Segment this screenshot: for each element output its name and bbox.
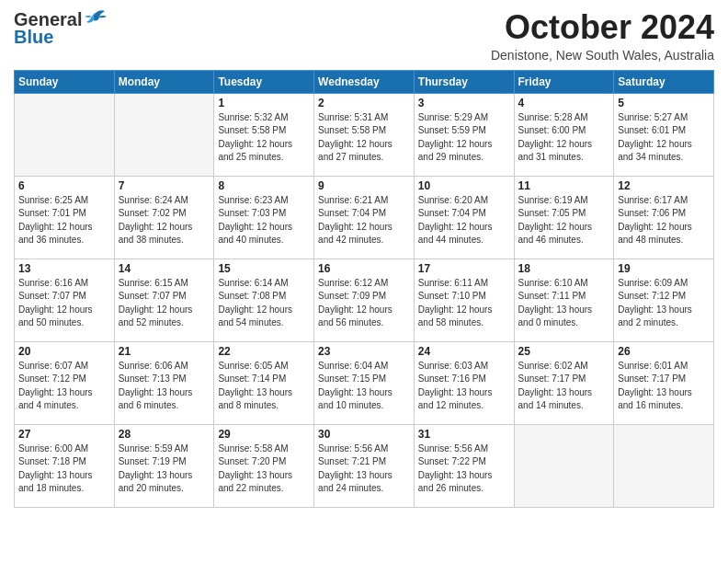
calendar-cell: 9Sunrise: 6:21 AMSunset: 7:04 PMDaylight… — [314, 176, 415, 259]
day-number: 8 — [218, 179, 310, 192]
calendar-cell: 20Sunrise: 6:07 AMSunset: 7:12 PMDayligh… — [15, 341, 115, 424]
week-row-2: 6Sunrise: 6:25 AMSunset: 7:01 PMDaylight… — [15, 176, 714, 259]
day-info: Sunrise: 6:23 AMSunset: 7:03 PMDaylight:… — [218, 194, 310, 247]
day-info: Sunrise: 5:29 AMSunset: 5:59 PMDaylight:… — [418, 111, 510, 165]
calendar-cell: 19Sunrise: 6:09 AMSunset: 7:12 PMDayligh… — [614, 259, 714, 341]
day-of-week-friday: Friday — [514, 70, 614, 93]
day-number: 15 — [218, 262, 310, 275]
day-info: Sunrise: 6:21 AMSunset: 7:04 PMDaylight:… — [318, 194, 410, 247]
day-info: Sunrise: 5:27 AMSunset: 6:01 PMDaylight:… — [618, 111, 710, 165]
calendar-cell — [514, 424, 614, 507]
days-of-week-row: SundayMondayTuesdayWednesdayThursdayFrid… — [15, 70, 714, 93]
day-number: 21 — [119, 345, 210, 358]
day-number: 14 — [119, 262, 210, 275]
page-header: General Blue October 2024 Denistone, New… — [14, 9, 714, 63]
calendar-cell: 3Sunrise: 5:29 AMSunset: 5:59 PMDaylight… — [414, 93, 514, 176]
calendar-cell: 1Sunrise: 5:32 AMSunset: 5:58 PMDaylight… — [214, 93, 314, 176]
day-number: 18 — [518, 262, 610, 275]
day-of-week-sunday: Sunday — [15, 70, 115, 93]
calendar-cell: 12Sunrise: 6:17 AMSunset: 7:06 PMDayligh… — [614, 176, 714, 259]
calendar-cell: 10Sunrise: 6:20 AMSunset: 7:04 PMDayligh… — [414, 176, 514, 259]
day-info: Sunrise: 6:02 AMSunset: 7:17 PMDaylight:… — [518, 360, 610, 413]
day-number: 13 — [18, 262, 110, 275]
day-number: 11 — [518, 179, 610, 192]
week-row-5: 27Sunrise: 6:00 AMSunset: 7:18 PMDayligh… — [15, 424, 714, 507]
day-info: Sunrise: 6:10 AMSunset: 7:11 PMDaylight:… — [518, 277, 610, 330]
day-number: 25 — [518, 345, 610, 358]
calendar-cell: 28Sunrise: 5:59 AMSunset: 7:19 PMDayligh… — [114, 424, 214, 507]
calendar-cell: 18Sunrise: 6:10 AMSunset: 7:11 PMDayligh… — [514, 259, 614, 341]
calendar-cell: 21Sunrise: 6:06 AMSunset: 7:13 PMDayligh… — [114, 341, 214, 424]
logo-bird-icon — [83, 9, 108, 29]
day-of-week-tuesday: Tuesday — [214, 70, 314, 93]
calendar-cell — [614, 424, 714, 507]
day-of-week-saturday: Saturday — [614, 70, 714, 93]
day-info: Sunrise: 6:12 AMSunset: 7:09 PMDaylight:… — [318, 277, 410, 330]
day-info: Sunrise: 6:04 AMSunset: 7:15 PMDaylight:… — [318, 360, 410, 413]
day-number: 12 — [618, 179, 710, 192]
calendar-table: SundayMondayTuesdayWednesdayThursdayFrid… — [14, 70, 714, 508]
calendar-cell: 22Sunrise: 6:05 AMSunset: 7:14 PMDayligh… — [214, 341, 314, 424]
calendar-cell: 13Sunrise: 6:16 AMSunset: 7:07 PMDayligh… — [15, 259, 115, 341]
day-info: Sunrise: 6:25 AMSunset: 7:01 PMDaylight:… — [18, 194, 110, 247]
calendar-cell: 24Sunrise: 6:03 AMSunset: 7:16 PMDayligh… — [414, 341, 514, 424]
day-info: Sunrise: 6:06 AMSunset: 7:13 PMDaylight:… — [119, 360, 210, 413]
day-info: Sunrise: 6:24 AMSunset: 7:02 PMDaylight:… — [119, 194, 210, 247]
day-info: Sunrise: 5:56 AMSunset: 7:21 PMDaylight:… — [318, 442, 410, 496]
day-number: 22 — [218, 345, 310, 358]
day-number: 5 — [618, 97, 710, 109]
calendar-header: SundayMondayTuesdayWednesdayThursdayFrid… — [15, 70, 714, 93]
day-info: Sunrise: 5:32 AMSunset: 5:58 PMDaylight:… — [218, 111, 310, 165]
calendar-cell — [114, 93, 214, 176]
calendar-cell: 30Sunrise: 5:56 AMSunset: 7:21 PMDayligh… — [314, 424, 415, 507]
day-info: Sunrise: 6:14 AMSunset: 7:08 PMDaylight:… — [218, 277, 310, 330]
title-section: October 2024 Denistone, New South Wales,… — [491, 9, 714, 63]
day-number: 3 — [418, 97, 510, 109]
day-info: Sunrise: 5:56 AMSunset: 7:22 PMDaylight:… — [418, 442, 510, 496]
day-number: 1 — [218, 97, 310, 109]
calendar-cell: 4Sunrise: 5:28 AMSunset: 6:00 PMDaylight… — [514, 93, 614, 176]
day-info: Sunrise: 6:20 AMSunset: 7:04 PMDaylight:… — [418, 194, 510, 247]
month-title: October 2024 — [491, 9, 714, 46]
day-number: 24 — [418, 345, 510, 358]
day-number: 9 — [318, 179, 410, 192]
day-number: 16 — [318, 262, 410, 275]
logo-blue-text: Blue — [14, 27, 53, 48]
calendar-cell: 15Sunrise: 6:14 AMSunset: 7:08 PMDayligh… — [214, 259, 314, 341]
day-info: Sunrise: 6:11 AMSunset: 7:10 PMDaylight:… — [418, 277, 510, 330]
day-number: 2 — [318, 97, 410, 109]
day-number: 4 — [518, 97, 610, 109]
day-of-week-thursday: Thursday — [414, 70, 514, 93]
calendar-cell: 31Sunrise: 5:56 AMSunset: 7:22 PMDayligh… — [414, 424, 514, 507]
day-of-week-wednesday: Wednesday — [314, 70, 415, 93]
day-number: 6 — [18, 179, 110, 192]
day-number: 7 — [119, 179, 210, 192]
day-info: Sunrise: 6:01 AMSunset: 7:17 PMDaylight:… — [618, 360, 710, 413]
day-info: Sunrise: 5:28 AMSunset: 6:00 PMDaylight:… — [518, 111, 610, 165]
calendar-body: 1Sunrise: 5:32 AMSunset: 5:58 PMDaylight… — [15, 93, 714, 507]
day-info: Sunrise: 6:07 AMSunset: 7:12 PMDaylight:… — [18, 360, 110, 413]
calendar-cell: 8Sunrise: 6:23 AMSunset: 7:03 PMDaylight… — [214, 176, 314, 259]
calendar-cell: 16Sunrise: 6:12 AMSunset: 7:09 PMDayligh… — [314, 259, 415, 341]
week-row-3: 13Sunrise: 6:16 AMSunset: 7:07 PMDayligh… — [15, 259, 714, 341]
day-info: Sunrise: 5:31 AMSunset: 5:58 PMDaylight:… — [318, 111, 410, 165]
day-number: 19 — [618, 262, 710, 275]
day-number: 31 — [418, 428, 510, 441]
day-number: 27 — [18, 428, 110, 441]
calendar-cell: 5Sunrise: 5:27 AMSunset: 6:01 PMDaylight… — [614, 93, 714, 176]
calendar-cell: 29Sunrise: 5:58 AMSunset: 7:20 PMDayligh… — [214, 424, 314, 507]
week-row-1: 1Sunrise: 5:32 AMSunset: 5:58 PMDaylight… — [15, 93, 714, 176]
day-number: 30 — [318, 428, 410, 441]
day-of-week-monday: Monday — [114, 70, 214, 93]
day-number: 20 — [18, 345, 110, 358]
logo: General Blue — [14, 9, 108, 48]
day-number: 29 — [218, 428, 310, 441]
day-info: Sunrise: 6:15 AMSunset: 7:07 PMDaylight:… — [119, 277, 210, 330]
day-info: Sunrise: 6:00 AMSunset: 7:18 PMDaylight:… — [18, 442, 110, 496]
calendar-cell: 17Sunrise: 6:11 AMSunset: 7:10 PMDayligh… — [414, 259, 514, 341]
calendar-cell: 2Sunrise: 5:31 AMSunset: 5:58 PMDaylight… — [314, 93, 415, 176]
week-row-4: 20Sunrise: 6:07 AMSunset: 7:12 PMDayligh… — [15, 341, 714, 424]
day-number: 26 — [618, 345, 710, 358]
day-info: Sunrise: 5:58 AMSunset: 7:20 PMDaylight:… — [218, 442, 310, 496]
calendar-cell: 26Sunrise: 6:01 AMSunset: 7:17 PMDayligh… — [614, 341, 714, 424]
